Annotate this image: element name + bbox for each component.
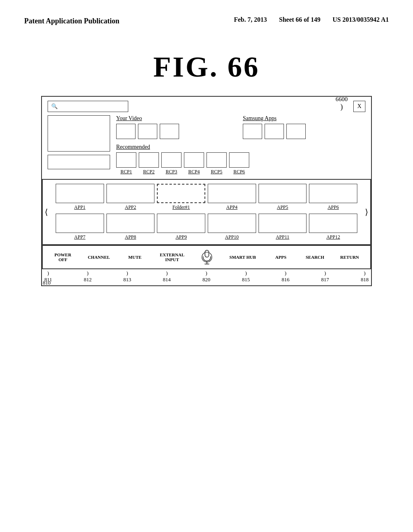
- left-panel: [48, 115, 112, 175]
- smart-hub-panel: 🔍 X You: [41, 96, 372, 286]
- ref-814-label: 814: [163, 276, 171, 283]
- remote-btn-search[interactable]: SEARCH: [306, 255, 324, 260]
- panel-top-bar: 🔍 X: [48, 101, 365, 112]
- rcp-label-5: RCP5: [206, 169, 227, 175]
- rcp-label-1: RCP1: [116, 169, 136, 175]
- app-grid-row2: APP7 APP8 APP9 APP10 APP11: [56, 214, 357, 240]
- remote-control-bar: POWEROFF CHANNEL MUTE EXTERNALINPUT: [42, 245, 371, 269]
- app-box-app8[interactable]: [106, 214, 155, 233]
- rcp-box-4: [184, 152, 204, 168]
- app-box-app12[interactable]: [309, 214, 357, 233]
- page-header: Patent Application Publication Feb. 7, 2…: [0, 0, 413, 26]
- mic-icon: [201, 249, 213, 265]
- figure-title: FIG. 66: [0, 50, 413, 84]
- diagram-area: 6600 ) 🔍 X: [41, 96, 372, 286]
- ref-814-bracket: ): [166, 270, 167, 276]
- app-box-app2[interactable]: [106, 184, 155, 203]
- app-label-app9: APP9: [175, 234, 187, 240]
- ref-817-bracket: ): [324, 270, 326, 276]
- mic-button[interactable]: [200, 249, 213, 265]
- app-label-app7: APP7: [74, 234, 86, 240]
- ref-816-group: ) 816: [282, 270, 290, 283]
- ref-820-bracket: ): [206, 270, 207, 276]
- your-video-thumb-1: [116, 124, 136, 139]
- rcp-label-4: RCP4: [184, 169, 204, 175]
- ref-817-label: 817: [321, 276, 329, 283]
- ref-810-group: ) 811 810: [44, 270, 52, 283]
- ref-812-group: ) 812: [84, 270, 92, 283]
- ref-813-bracket: ): [126, 270, 128, 276]
- header-meta: Feb. 7, 2013 Sheet 66 of 149 US 2013/003…: [234, 16, 389, 23]
- ref-817-group: ) 817: [321, 270, 329, 283]
- rcp-label-2: RCP2: [139, 169, 159, 175]
- remote-btn-smarthub[interactable]: SMART HUB: [229, 255, 256, 260]
- your-video-thumb-2: [138, 124, 157, 139]
- app-cell-app5: APP5: [259, 184, 307, 210]
- ref-818-label: 818: [361, 276, 369, 283]
- app-cell-app10: APP10: [208, 214, 256, 240]
- nav-left-arrow[interactable]: ⟨: [45, 207, 48, 217]
- app-box-app6[interactable]: [309, 184, 357, 203]
- app-cell-app6: APP6: [309, 184, 357, 210]
- app-cell-app11: APP11: [259, 214, 307, 240]
- remote-btn-external-input[interactable]: EXTERNALINPUT: [160, 252, 184, 262]
- app-label-app6: APP6: [327, 204, 339, 210]
- remote-btn-return[interactable]: RETURN: [340, 255, 359, 260]
- app-label-app11: APP11: [276, 234, 290, 240]
- samsung-apps-label: Samsung Apps: [243, 115, 365, 122]
- search-icon: 🔍: [51, 103, 58, 110]
- app-label-app10: APP10: [225, 234, 239, 240]
- app-cell-app8: APP8: [106, 214, 155, 240]
- search-box[interactable]: 🔍: [48, 101, 128, 112]
- ref-815-bracket: ): [245, 270, 247, 276]
- app-label-app5: APP5: [277, 204, 288, 210]
- app-cell-app2: APP2: [106, 184, 155, 210]
- panel-content: Your Video Samsung Apps: [48, 115, 365, 175]
- app-box-app7[interactable]: [56, 214, 104, 233]
- app-label-app8: APP8: [125, 234, 136, 240]
- samsung-apps-thumbs: [243, 124, 365, 139]
- app-cell-app12: APP12: [309, 214, 357, 240]
- ref-810-label: 810: [43, 280, 51, 286]
- samsung-app-thumb-2: [265, 124, 284, 139]
- remote-btn-apps[interactable]: APPS: [272, 255, 290, 260]
- rcp-boxes-row: [116, 152, 365, 168]
- app-box-app4[interactable]: [208, 184, 256, 203]
- app-label-app1: APP1: [74, 204, 86, 210]
- app-grid-row1: APP1 APP2 Folder#1 APP4 APP5: [56, 184, 357, 210]
- app-cell-app9: APP9: [157, 214, 205, 240]
- app-label-app4: APP4: [226, 204, 238, 210]
- your-video-thumbs: [116, 124, 239, 139]
- remote-btn-mute[interactable]: MUTE: [126, 255, 144, 260]
- remote-btn-channel[interactable]: CHANNEL: [88, 255, 110, 260]
- rcp-label-3: RCP3: [161, 169, 181, 175]
- app-cell-app7: APP7: [56, 214, 104, 240]
- nav-right-arrow[interactable]: ⟩: [365, 207, 368, 217]
- app-grid-panel: ⟨ ⟩ APP1 APP2 Folder#1 APP4: [42, 179, 371, 245]
- rcp-labels-row: RCP1 RCP2 RCP3 RCP4 RCP5 RCP6: [116, 169, 365, 175]
- left-video-display: [48, 115, 110, 152]
- remote-btn-power[interactable]: POWEROFF: [54, 252, 72, 262]
- ref-818-bracket: ): [364, 270, 365, 276]
- app-label-app12: APP12: [326, 234, 340, 240]
- ref-812-bracket: ): [87, 270, 88, 276]
- ref-810-bracket: ): [47, 270, 49, 276]
- app-box-app9[interactable]: [157, 214, 205, 233]
- app-box-app11[interactable]: [259, 214, 307, 233]
- app-box-folder1[interactable]: [157, 184, 205, 203]
- app-cell-folder1: Folder#1: [157, 184, 205, 210]
- rcp-box-5: [206, 152, 227, 168]
- rcp-box-2: [139, 152, 159, 168]
- ref-816-bracket: ): [285, 270, 286, 276]
- rcp-label-6: RCP6: [229, 169, 249, 175]
- app-box-app10[interactable]: [208, 214, 256, 233]
- ref-813-group: ) 813: [123, 270, 131, 283]
- left-small-display: [48, 155, 110, 169]
- ref-816-label: 816: [282, 276, 290, 283]
- app-cell-app1: APP1: [56, 184, 104, 210]
- rcp-box-1: [116, 152, 136, 168]
- ref-numbers-row: ) 811 810 ) 812 ) 813 ) 814 ) 820 ): [42, 269, 371, 285]
- app-box-app5[interactable]: [259, 184, 307, 203]
- close-button[interactable]: X: [353, 101, 365, 112]
- app-box-app1[interactable]: [56, 184, 104, 203]
